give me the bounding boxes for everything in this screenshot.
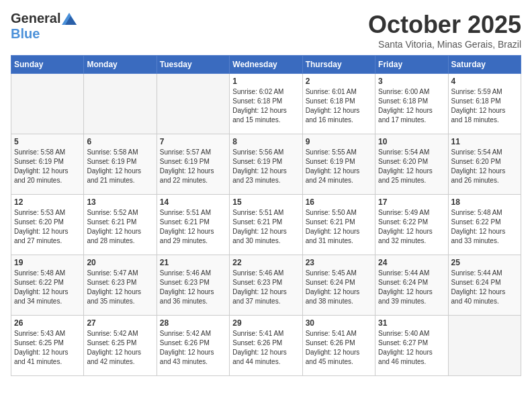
daylight-text: Daylight: 12 hours and 30 minutes. (232, 228, 287, 244)
sunrise-text: Sunrise: 5:51 AM (160, 209, 211, 216)
calendar-cell: 30Sunrise: 5:41 AMSunset: 6:26 PMDayligh… (302, 316, 375, 376)
day-info: Sunrise: 5:57 AMSunset: 6:19 PMDaylight:… (160, 148, 226, 185)
sunset-text: Sunset: 6:22 PM (451, 218, 501, 226)
day-info: Sunrise: 5:44 AMSunset: 6:24 PMDaylight:… (451, 269, 518, 306)
sunset-text: Sunset: 6:20 PM (14, 218, 64, 226)
day-number: 14 (160, 197, 226, 207)
day-info: Sunrise: 5:42 AMSunset: 6:25 PMDaylight:… (87, 329, 153, 367)
logo-icon (62, 13, 77, 25)
sunrise-text: Sunrise: 5:44 AM (451, 269, 502, 277)
day-number: 16 (306, 197, 372, 207)
calendar-week-row: 19Sunrise: 5:48 AMSunset: 6:22 PMDayligh… (11, 255, 521, 316)
day-number: 29 (232, 318, 299, 328)
day-info: Sunrise: 5:58 AMSunset: 6:19 PMDaylight:… (87, 148, 153, 185)
day-info: Sunrise: 5:47 AMSunset: 6:23 PMDaylight:… (87, 269, 153, 306)
day-info: Sunrise: 5:56 AMSunset: 6:19 PMDaylight:… (232, 148, 299, 185)
daylight-text: Daylight: 12 hours and 33 minutes. (451, 228, 506, 244)
calendar-cell: 12Sunrise: 5:53 AMSunset: 6:20 PMDayligh… (11, 195, 84, 255)
day-info: Sunrise: 5:44 AMSunset: 6:24 PMDaylight:… (378, 269, 445, 306)
sunset-text: Sunset: 6:18 PM (232, 97, 282, 105)
daylight-text: Daylight: 12 hours and 26 minutes. (451, 167, 506, 184)
daylight-text: Daylight: 12 hours and 36 minutes. (160, 288, 214, 305)
daylight-text: Daylight: 12 hours and 34 minutes. (14, 288, 69, 305)
calendar-cell: 5Sunrise: 5:58 AMSunset: 6:19 PMDaylight… (11, 134, 84, 195)
day-number: 15 (232, 197, 299, 207)
calendar-cell: 14Sunrise: 5:51 AMSunset: 6:21 PMDayligh… (157, 195, 229, 255)
sunrise-text: Sunrise: 5:46 AM (160, 269, 211, 277)
sunset-text: Sunset: 6:20 PM (378, 158, 428, 165)
day-number: 6 (87, 137, 153, 146)
calendar-week-row: 1Sunrise: 6:02 AMSunset: 6:18 PMDaylight… (11, 74, 521, 134)
sunrise-text: Sunrise: 5:52 AM (87, 209, 138, 216)
daylight-text: Daylight: 12 hours and 42 minutes. (87, 349, 141, 365)
day-number: 21 (160, 258, 226, 267)
calendar-cell: 8Sunrise: 5:56 AMSunset: 6:19 PMDaylight… (230, 134, 302, 195)
day-number: 2 (306, 77, 372, 86)
calendar-cell: 4Sunrise: 5:59 AMSunset: 6:18 PMDaylight… (448, 74, 521, 134)
calendar-cell: 19Sunrise: 5:48 AMSunset: 6:22 PMDayligh… (11, 255, 84, 316)
daylight-text: Daylight: 12 hours and 43 minutes. (160, 349, 214, 365)
weekday-header-row: SundayMondayTuesdayWednesdayThursdayFrid… (11, 56, 521, 74)
sunrise-text: Sunrise: 5:53 AM (14, 209, 65, 216)
weekday-header: Thursday (302, 56, 375, 74)
sunrise-text: Sunrise: 5:58 AM (14, 148, 65, 156)
calendar-cell: 20Sunrise: 5:47 AMSunset: 6:23 PMDayligh… (84, 255, 157, 316)
sunrise-text: Sunrise: 5:48 AM (14, 269, 65, 277)
day-number: 13 (87, 197, 153, 207)
daylight-text: Daylight: 12 hours and 16 minutes. (306, 107, 360, 124)
day-info: Sunrise: 5:43 AMSunset: 6:25 PMDaylight:… (14, 329, 81, 367)
day-number: 22 (232, 258, 299, 267)
day-number: 17 (378, 197, 445, 207)
daylight-text: Daylight: 12 hours and 45 minutes. (306, 349, 360, 365)
day-number: 8 (232, 137, 299, 146)
day-info: Sunrise: 5:46 AMSunset: 6:23 PMDaylight:… (232, 269, 299, 306)
sunset-text: Sunset: 6:19 PM (160, 158, 210, 165)
sunrise-text: Sunrise: 5:59 AM (451, 88, 502, 95)
sunrise-text: Sunrise: 5:54 AM (378, 148, 429, 156)
day-number: 23 (306, 258, 372, 267)
sunset-text: Sunset: 6:21 PM (232, 218, 282, 226)
sunrise-text: Sunrise: 5:51 AM (232, 209, 283, 216)
calendar-week-row: 5Sunrise: 5:58 AMSunset: 6:19 PMDaylight… (11, 134, 521, 195)
sunset-text: Sunset: 6:22 PM (378, 218, 428, 226)
day-info: Sunrise: 5:54 AMSunset: 6:20 PMDaylight:… (378, 148, 445, 185)
sunrise-text: Sunrise: 5:57 AM (160, 148, 211, 156)
calendar-cell: 29Sunrise: 5:41 AMSunset: 6:26 PMDayligh… (230, 316, 302, 376)
daylight-text: Daylight: 12 hours and 37 minutes. (232, 288, 287, 305)
sunset-text: Sunset: 6:26 PM (160, 339, 210, 347)
daylight-text: Daylight: 12 hours and 39 minutes. (378, 288, 433, 305)
calendar-cell: 9Sunrise: 5:55 AMSunset: 6:19 PMDaylight… (302, 134, 375, 195)
calendar-cell: 22Sunrise: 5:46 AMSunset: 6:23 PMDayligh… (230, 255, 302, 316)
sunrise-text: Sunrise: 5:54 AM (451, 148, 502, 156)
day-info: Sunrise: 5:49 AMSunset: 6:22 PMDaylight:… (378, 208, 445, 246)
calendar-week-row: 26Sunrise: 5:43 AMSunset: 6:25 PMDayligh… (11, 316, 521, 376)
sunset-text: Sunset: 6:25 PM (14, 339, 64, 347)
daylight-text: Daylight: 12 hours and 32 minutes. (378, 228, 433, 244)
logo-general: General (11, 11, 60, 26)
calendar-table: SundayMondayTuesdayWednesdayThursdayFrid… (11, 55, 521, 376)
daylight-text: Daylight: 12 hours and 15 minutes. (232, 107, 287, 124)
day-info: Sunrise: 5:50 AMSunset: 6:21 PMDaylight:… (306, 208, 372, 246)
day-number: 10 (378, 137, 445, 146)
day-number: 9 (306, 137, 372, 146)
daylight-text: Daylight: 12 hours and 21 minutes. (87, 167, 141, 184)
sunset-text: Sunset: 6:21 PM (87, 218, 136, 226)
day-number: 3 (378, 77, 445, 86)
day-number: 11 (451, 137, 518, 146)
calendar-cell: 2Sunrise: 6:01 AMSunset: 6:18 PMDaylight… (302, 74, 375, 134)
daylight-text: Daylight: 12 hours and 38 minutes. (306, 288, 360, 305)
sunset-text: Sunset: 6:25 PM (87, 339, 136, 347)
calendar-cell: 15Sunrise: 5:51 AMSunset: 6:21 PMDayligh… (230, 195, 302, 255)
sunset-text: Sunset: 6:24 PM (306, 279, 355, 286)
sunrise-text: Sunrise: 5:49 AM (378, 209, 429, 216)
day-info: Sunrise: 5:45 AMSunset: 6:24 PMDaylight:… (306, 269, 372, 306)
sunset-text: Sunset: 6:23 PM (232, 279, 282, 286)
sunset-text: Sunset: 6:20 PM (451, 158, 501, 165)
day-info: Sunrise: 5:58 AMSunset: 6:19 PMDaylight:… (14, 148, 81, 185)
sunset-text: Sunset: 6:24 PM (378, 279, 428, 286)
daylight-text: Daylight: 12 hours and 20 minutes. (14, 167, 69, 184)
day-number: 26 (14, 318, 81, 328)
daylight-text: Daylight: 12 hours and 29 minutes. (160, 228, 214, 244)
sunset-text: Sunset: 6:21 PM (306, 218, 355, 226)
calendar-cell: 17Sunrise: 5:49 AMSunset: 6:22 PMDayligh… (375, 195, 448, 255)
